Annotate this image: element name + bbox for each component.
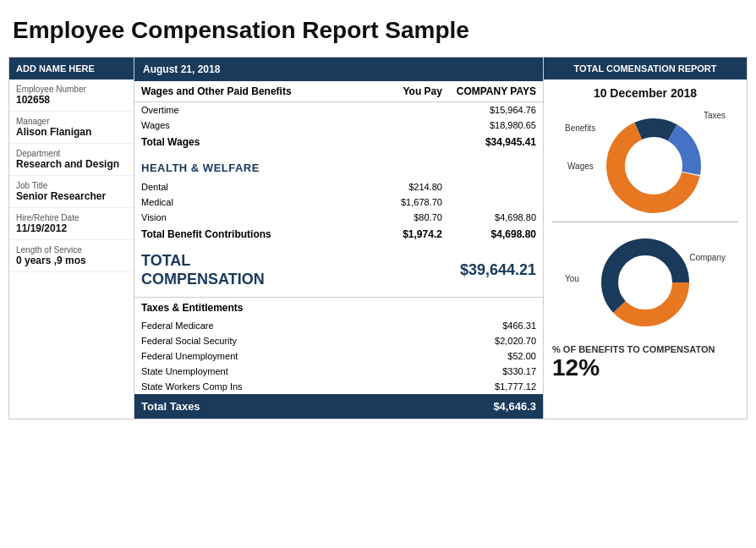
sidebar-employee-number: Employee Number 102658: [9, 79, 134, 112]
total-wages-row: Total Wages $34,945.41: [134, 133, 543, 151]
donut-svg-2: [561, 227, 730, 329]
chart2-company-label: Company: [689, 253, 726, 262]
table-row: Federal Medicare $466.31: [134, 318, 543, 333]
main-title: Employee Compensation Report Sample: [8, 8, 748, 57]
sidebar-job-title: Job Title Senior Researcher: [9, 176, 134, 208]
chart1-taxes-label: Taxes: [704, 111, 726, 120]
table-row: Overtime $15,964.76: [134, 102, 543, 118]
pct-value: 12%: [552, 354, 738, 381]
table-row: Dental $214.80: [134, 179, 543, 195]
table-row: Federal Unemployment $52.00: [134, 348, 543, 364]
left-sidebar: ADD NAME HERE Employee Number 102658 Man…: [9, 58, 134, 419]
taxes-section-header: Taxes & Entitlements: [134, 298, 543, 319]
chart1-benefits-label: Benefits: [565, 123, 595, 133]
middle-header: August 21, 2018: [134, 58, 543, 81]
middle-content: August 21, 2018 Wages and Other Paid Ben…: [134, 58, 544, 419]
col-header-companypay: COMPANY PAYS: [449, 81, 543, 102]
sidebar-manager: Manager Alison Flanigan: [9, 112, 134, 144]
total-benefit-row: Total Benefit Contributions $1,974.2 $4,…: [134, 225, 543, 244]
svg-point-3: [633, 145, 674, 186]
chart-divider: [552, 222, 738, 222]
total-taxes-row: Total Taxes $4,646.3: [134, 394, 543, 419]
report-date: 10 December 2018: [552, 86, 738, 100]
table-row: Medical $1,678.70: [134, 195, 543, 210]
sidebar-hire-date: Hire/Rehire Date 11/19/2012: [9, 208, 134, 240]
table-row: Vision $80.70 $4,698.80: [134, 210, 543, 225]
right-header: TOTAL COMENSATION REPORT: [544, 58, 747, 79]
col-header-label: Wages and Other Paid Benefits: [134, 81, 359, 102]
table-row: State Workers Comp Ins $1,777.12: [134, 379, 543, 394]
donut-chart-1: Benefits Taxes Wages: [561, 107, 730, 216]
table-row: State Unemployment $330.17: [134, 364, 543, 379]
col-header-youpay: You Pay: [359, 81, 449, 102]
right-panel: TOTAL COMENSATION REPORT 10 December 201…: [544, 58, 747, 419]
sidebar-header: ADD NAME HERE: [9, 58, 134, 79]
chart1-wages-label: Wages: [567, 162, 594, 171]
right-content: 10 December 2018 Benefits Taxes Wag: [544, 79, 747, 388]
donut-chart-2: You Company: [561, 227, 730, 329]
table-row: Federal Social Security $2,020.70: [134, 333, 543, 348]
pct-label: % OF BENEFITS TO COMPENSATON: [552, 344, 738, 354]
chart2-you-label: You: [565, 274, 579, 283]
sidebar-department: Department Research and Design: [9, 144, 134, 176]
sidebar-length-of-service: Length of Service 0 years ,9 mos: [9, 240, 134, 272]
svg-point-6: [627, 264, 664, 301]
health-section-header: HEALTH & WELFARE: [134, 151, 543, 179]
grand-total-row: TOTAL COMPENSATION $39,644.21: [134, 244, 543, 298]
table-row: Wages $18,980.65: [134, 118, 543, 133]
